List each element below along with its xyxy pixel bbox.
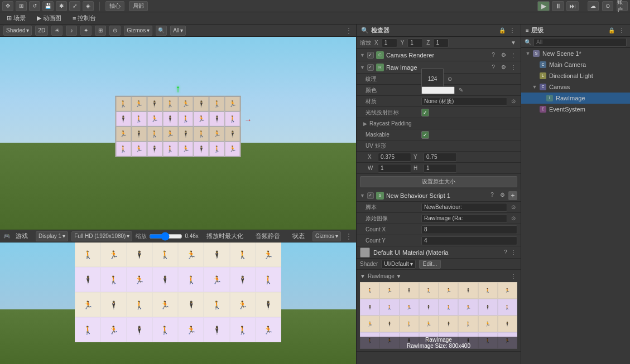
canvas-renderer-more[interactable]: ⋮ — [509, 51, 517, 59]
game-canvas[interactable]: 🚶 🏃 🕴 🚶 🏃 🕴 🚶 🏃 🕴 🚶 🏃 🕴 🚶 🏃 🕴 — [0, 242, 356, 364]
new-behaviour-header[interactable]: ▼ ✓ S New Behaviour Script 1 ? ⚙ + — [357, 190, 521, 202]
scene-camera-btn[interactable]: ⊙ — [109, 26, 121, 36]
inspector-more-btn[interactable]: ⋮ — [508, 27, 516, 35]
game-view: 🎮 游戏 Display 1 ▾ Full HD (1920x1080) ▾ 缩… — [0, 230, 356, 364]
script-field[interactable]: NewBehaviour: — [421, 203, 507, 212]
axis-pivot-btn[interactable]: 轴心 — [105, 1, 124, 11]
scene-tab[interactable]: ⊞ 场景 — [2, 13, 30, 24]
scene-search-btn[interactable]: 🔍 — [156, 26, 167, 36]
gizmos-dropdown[interactable]: Gizmos ▾ — [124, 26, 152, 36]
raycast-checkbox[interactable]: ✓ — [421, 109, 429, 117]
raw-image-prop-field[interactable]: RawImage (Ra: — [421, 214, 507, 223]
enable-checkbox[interactable]: ✓ — [367, 52, 374, 59]
inspector-toolbar-more[interactable]: ▼ — [509, 39, 517, 47]
scene-grid-btn[interactable]: ⊞ — [95, 26, 106, 36]
canvas-renderer-settings[interactable]: ⚙ — [499, 51, 507, 59]
raycast-padding-section[interactable]: ▶ Raycast Padding — [357, 118, 521, 129]
scene-audio-btn[interactable]: ♪ — [66, 26, 77, 36]
undo[interactable]: ↺ — [29, 1, 40, 11]
layers-icon[interactable]: ☁ — [588, 1, 599, 11]
material-field[interactable]: None (材质) — [421, 97, 507, 106]
behaviour-enable[interactable]: ✓ — [367, 192, 374, 199]
move-tool[interactable]: ⊞ — [16, 1, 27, 11]
shader-dropdown[interactable]: UI/Default ▾ — [381, 260, 415, 269]
material-help-btn[interactable]: ? — [502, 249, 509, 256]
account-btn[interactable]: 账户 — [617, 1, 628, 11]
play-button[interactable]: ▶ — [537, 1, 550, 11]
count-y-field[interactable]: 4 — [421, 236, 517, 245]
local-global-btn[interactable]: 局部 — [129, 1, 148, 11]
uv-w-field[interactable]: 1 — [378, 164, 411, 173]
save[interactable]: 💾 — [42, 1, 54, 11]
raw-image-enable[interactable]: ✓ — [367, 64, 374, 71]
state-btn[interactable]: 状态 — [288, 231, 309, 242]
scale-tool[interactable]: ✱ — [56, 1, 67, 11]
select-tool[interactable]: ◈ — [83, 1, 94, 11]
display-dropdown[interactable]: Display 1 ▾ — [36, 231, 68, 241]
canvas-label: Canvas — [549, 84, 570, 90]
play-maximize-btn[interactable]: 播放时最大化 — [202, 231, 248, 242]
raw-image-prop-pick[interactable]: ⊙ — [509, 215, 517, 222]
shader-edit-btn[interactable]: Edit... — [419, 260, 441, 269]
animation-tab[interactable]: ▶ 动画图 — [32, 13, 66, 24]
behaviour-settings[interactable]: ⚙ — [498, 191, 506, 199]
color-swatch[interactable] — [421, 86, 455, 94]
count-x-field[interactable]: 8 — [421, 225, 517, 234]
maskable-row: Maskable ✓ — [357, 129, 521, 140]
material-pick-btn[interactable]: ⊙ — [509, 98, 517, 105]
hierarchy-search-input[interactable]: All — [533, 38, 627, 47]
pause-button[interactable]: ⏸ — [552, 1, 564, 11]
material-more-btn[interactable]: ⋮ — [509, 249, 517, 256]
canvas-renderer-help[interactable]: ? — [489, 51, 497, 59]
right-panel: 🔍 检查器 🔒 ⋮ 缩放 X 1 Y 1 Z 1 ▼ — [357, 25, 630, 364]
rawimage-more-btn[interactable]: ⋮ — [509, 272, 517, 280]
scale-slider[interactable] — [149, 234, 182, 239]
hier-eventsystem[interactable]: E EventSystem — [521, 104, 630, 115]
shading-mode-dropdown[interactable]: Shaded ▾ — [3, 26, 32, 36]
canvas-renderer-header[interactable]: ▼ ✓ C Canvas Renderer ? ⚙ ⋮ — [357, 49, 521, 61]
hand-tool[interactable]: ✥ — [2, 1, 13, 11]
script-pick[interactable]: ⊙ — [509, 203, 517, 211]
scene-more-btn[interactable]: ⋮ — [345, 26, 353, 35]
color-eyedropper[interactable]: ✎ — [457, 86, 465, 94]
console-tab[interactable]: ≡ 控制台 — [68, 13, 100, 24]
collab-icon[interactable]: ⊙ — [602, 1, 613, 11]
second-toolbar: ⊞ 场景 ▶ 动画图 ≡ 控制台 — [0, 12, 630, 25]
inspector-lock-btn[interactable]: 🔒 — [498, 27, 506, 35]
new-scene-expand: ▼ — [525, 50, 531, 57]
resolution-dropdown[interactable]: Full HD (1920x1080) ▾ — [71, 231, 132, 241]
uv-h-field[interactable]: 1 — [424, 164, 457, 173]
canvas-expand: ▼ — [531, 84, 538, 90]
sprite-sheet: 🚶 🏃 🕴 🚶 🏃 🕴 🚶 🏃 🕴 🚶 🏃 🕴 🚶 — [116, 96, 241, 157]
inspector-panel: 🔍 检查器 🔒 ⋮ 缩放 X 1 Y 1 Z 1 ▼ — [357, 25, 521, 364]
texture-pick-btn[interactable]: ⊙ — [446, 75, 454, 83]
hier-dir-light[interactable]: L Directional Light — [521, 70, 630, 81]
hier-main-camera[interactable]: C Main Camera — [521, 59, 630, 70]
behaviour-help[interactable]: ? — [488, 191, 496, 199]
scene-light-btn[interactable]: ☀ — [51, 26, 62, 36]
game-gizmos-dropdown[interactable]: Gizmos ▾ — [312, 231, 341, 241]
game-more-btn[interactable]: ⋮ — [345, 232, 353, 241]
search-all-dropdown[interactable]: All ▾ — [170, 26, 186, 36]
uv-x-field[interactable]: 0.375 — [378, 153, 411, 162]
y-value[interactable]: 1 — [407, 38, 423, 47]
hierarchy-more[interactable]: ⋮ — [618, 27, 626, 35]
x-value[interactable]: 1 — [382, 38, 397, 47]
maskable-checkbox[interactable]: ✓ — [421, 131, 429, 139]
behaviour-add-btn[interactable]: + — [508, 191, 517, 200]
set-native-size-btn[interactable]: 设置原生大小 — [360, 176, 517, 187]
z-value[interactable]: 1 — [433, 38, 449, 47]
resize-tool[interactable]: ⤢ — [69, 1, 80, 11]
hierarchy-lock[interactable]: 🔒 — [608, 27, 615, 35]
audio-mute-btn[interactable]: 音频静音 — [251, 231, 285, 242]
hier-rawimage[interactable]: I RawImage — [521, 93, 630, 104]
uv-y-field[interactable]: 0.75 — [424, 153, 457, 162]
transform-arrow-right: → — [244, 115, 252, 124]
scene-fx-btn[interactable]: ✦ — [80, 26, 92, 36]
hier-new-scene[interactable]: ▼ S New Scene 1* — [521, 48, 630, 59]
2d-toggle[interactable]: 2D — [35, 26, 48, 36]
light-expand — [531, 72, 538, 79]
scene-canvas[interactable]: ↑ 🚶 🏃 🕴 🚶 🏃 🕴 🚶 🏃 🕴 — [0, 37, 356, 230]
step-button[interactable]: ⏭ — [566, 1, 579, 11]
hier-canvas[interactable]: ▼ C Canvas — [521, 81, 630, 93]
